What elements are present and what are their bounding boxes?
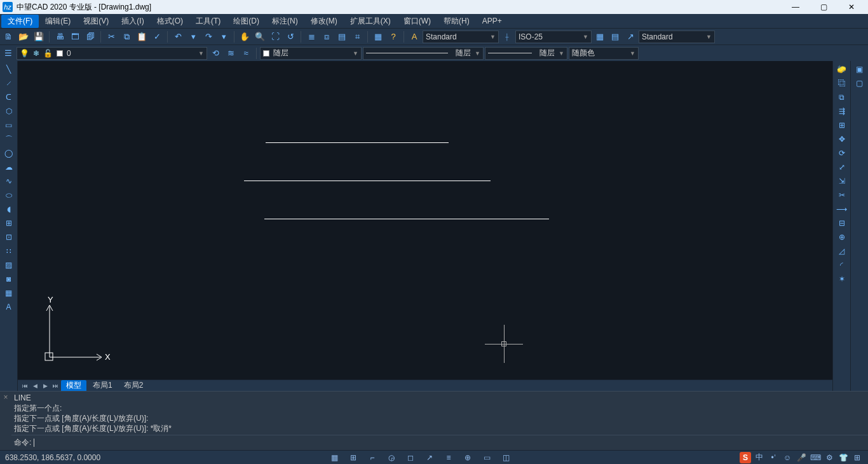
lineweight-dropdown[interactable]: 随层 ▼ bbox=[485, 47, 567, 60]
command-input[interactable]: 命令: bbox=[11, 435, 868, 450]
undo-dropdown-icon[interactable]: ▾ bbox=[186, 30, 200, 44]
open-icon[interactable]: 📂 bbox=[17, 30, 31, 44]
ime-toolbox-icon[interactable]: ⊞ bbox=[851, 452, 863, 463]
undo-icon[interactable]: ↶ bbox=[171, 30, 185, 44]
xline-icon[interactable]: ⟋ bbox=[2, 78, 16, 89]
help-icon[interactable]: ? bbox=[386, 30, 400, 44]
dim-style-dropdown[interactable]: ISO-25▼ bbox=[515, 31, 592, 43]
layer-manager-icon[interactable]: ☰ bbox=[1, 46, 15, 60]
tab-first-button[interactable]: ⏮ bbox=[20, 381, 29, 390]
osnap-toggle-icon[interactable]: ◻ bbox=[405, 452, 416, 463]
fillet-icon[interactable]: ◜ bbox=[835, 259, 849, 271]
spline-icon[interactable]: ∿ bbox=[2, 175, 16, 187]
command-history[interactable]: LINE 指定第一个点: 指定下一点或 [角度(A)/长度(L)/放弃(U)]:… bbox=[11, 392, 868, 435]
menu-help[interactable]: 帮助(H) bbox=[437, 15, 476, 28]
copy-obj-icon[interactable]: ⿻ bbox=[835, 78, 849, 89]
snap-toggle-icon[interactable]: ▦ bbox=[329, 452, 340, 463]
line-icon[interactable]: ╲ bbox=[2, 64, 16, 75]
ellipse-icon[interactable]: ⬭ bbox=[2, 189, 16, 201]
menu-tool[interactable]: 工具(T) bbox=[189, 15, 227, 28]
scale-icon[interactable]: ⤢ bbox=[835, 161, 849, 173]
tab-layout1[interactable]: 布局1 bbox=[88, 380, 118, 391]
tablestyle-list-icon[interactable]: ▤ bbox=[608, 30, 622, 44]
explode-icon[interactable]: ✶ bbox=[835, 273, 849, 285]
lwt-toggle-icon[interactable]: ≡ bbox=[443, 452, 454, 463]
ime-emoji-icon[interactable]: ☺ bbox=[782, 452, 793, 463]
circle-icon[interactable]: ◯ bbox=[2, 147, 16, 159]
pan-icon[interactable]: ✋ bbox=[238, 30, 252, 44]
menu-format[interactable]: 格式(O) bbox=[151, 15, 189, 28]
tab-layout2[interactable]: 布局2 bbox=[119, 380, 149, 391]
region-icon[interactable]: ◙ bbox=[2, 273, 16, 285]
redo-dropdown-icon[interactable]: ▾ bbox=[217, 30, 231, 44]
arc-icon[interactable]: ⌒ bbox=[2, 133, 16, 145]
erase-icon[interactable]: 🧽 bbox=[835, 64, 849, 75]
ime-voice-icon[interactable]: 🎤 bbox=[796, 452, 807, 463]
trim-icon[interactable]: ✂ bbox=[835, 189, 849, 201]
array-icon[interactable]: ⊞ bbox=[835, 119, 849, 131]
insert-block-icon[interactable]: ⊞ bbox=[2, 217, 16, 229]
model-toggle-icon[interactable]: ▭ bbox=[481, 452, 492, 463]
mirror-icon[interactable]: ⧉ bbox=[835, 92, 849, 103]
menu-window[interactable]: 窗口(W) bbox=[397, 15, 437, 28]
offset-icon[interactable]: ⇶ bbox=[835, 106, 849, 117]
block-icon[interactable]: ▦ bbox=[371, 30, 385, 44]
chamfer-icon[interactable]: ◿ bbox=[835, 245, 849, 257]
calculator-icon[interactable]: ⌗ bbox=[350, 30, 364, 44]
tab-model[interactable]: 模型 bbox=[61, 380, 86, 391]
ime-keyboard-icon[interactable]: ⌨ bbox=[810, 452, 821, 463]
send-back-icon[interactable]: ▢ bbox=[853, 78, 867, 89]
menu-modify[interactable]: 修改(M) bbox=[304, 15, 344, 28]
ime-punct-icon[interactable]: •ˈ bbox=[768, 452, 779, 463]
tab-next-button[interactable]: ▶ bbox=[41, 381, 50, 390]
print-preview-icon[interactable]: 🗔 bbox=[68, 30, 82, 44]
extend-icon[interactable]: ⟶ bbox=[835, 203, 849, 215]
polar-toggle-icon[interactable]: ◶ bbox=[386, 452, 397, 463]
layer-iso-icon[interactable]: ≋ bbox=[224, 46, 238, 60]
menu-file[interactable]: 文件(F) bbox=[1, 15, 39, 28]
hatch-icon[interactable]: ▨ bbox=[2, 259, 16, 271]
properties-icon[interactable]: ≣ bbox=[304, 30, 318, 44]
ime-lang-icon[interactable]: 中 bbox=[754, 452, 765, 463]
zoom-rt-icon[interactable]: 🔍 bbox=[253, 30, 267, 44]
menu-app[interactable]: APP+ bbox=[476, 15, 508, 27]
ellipsearc-icon[interactable]: ◖ bbox=[2, 203, 16, 215]
menu-draw[interactable]: 绘图(D) bbox=[227, 15, 266, 28]
window-close-button[interactable]: ✕ bbox=[837, 0, 865, 14]
move-icon[interactable]: ✥ bbox=[835, 133, 849, 145]
window-maximize-button[interactable]: ▢ bbox=[810, 0, 837, 14]
layer-prev-icon[interactable]: ⟲ bbox=[208, 46, 222, 60]
mtext-icon[interactable]: A bbox=[2, 301, 16, 313]
coord-readout[interactable]: 638.2530, 186.5637, 0.0000 bbox=[5, 453, 100, 462]
publish-icon[interactable]: 🗐 bbox=[83, 30, 97, 44]
revcloud-icon[interactable]: ☁ bbox=[2, 161, 16, 173]
textstyle-icon[interactable]: A bbox=[407, 30, 421, 44]
menu-insert[interactable]: 插入(I) bbox=[115, 15, 150, 28]
ime-setting-icon[interactable]: ⚙ bbox=[824, 452, 835, 463]
ime-skin-icon[interactable]: 👕 bbox=[837, 452, 849, 463]
join-icon[interactable]: ⊕ bbox=[835, 231, 849, 243]
rectangle-icon[interactable]: ▭ bbox=[2, 119, 16, 131]
tab-prev-button[interactable]: ◀ bbox=[31, 381, 39, 390]
save-icon[interactable]: 💾 bbox=[32, 30, 46, 44]
plotstyle-dropdown[interactable]: 随颜色 ▼ bbox=[569, 47, 639, 60]
ortho-toggle-icon[interactable]: ⌐ bbox=[367, 452, 378, 463]
break-icon[interactable]: ⊟ bbox=[835, 217, 849, 229]
zoom-win-icon[interactable]: ⛶ bbox=[268, 30, 282, 44]
layer-dropdown[interactable]: 💡 ❄ 🔓 0 ▼ bbox=[17, 47, 207, 60]
polygon-icon[interactable]: ⬡ bbox=[2, 106, 16, 117]
color-dropdown[interactable]: 随层 ▼ bbox=[260, 47, 362, 60]
command-window-close-icon[interactable]: × bbox=[0, 392, 11, 450]
table-icon[interactable]: ▦ bbox=[2, 287, 16, 299]
tool-palette-icon[interactable]: ▤ bbox=[335, 30, 349, 44]
stretch-icon[interactable]: ⇲ bbox=[835, 175, 849, 187]
paste-icon[interactable]: 📋 bbox=[135, 30, 149, 44]
zoom-prev-icon[interactable]: ↺ bbox=[283, 30, 297, 44]
menu-edit[interactable]: 编辑(E) bbox=[39, 15, 77, 28]
layer-match-icon[interactable]: ≈ bbox=[239, 46, 253, 60]
text-style-dropdown[interactable]: Standard▼ bbox=[423, 31, 499, 43]
tab-last-button[interactable]: ⏭ bbox=[51, 381, 60, 390]
tablestyle-icon[interactable]: ▦ bbox=[593, 30, 607, 44]
redo-icon[interactable]: ↷ bbox=[201, 30, 215, 44]
pline-icon[interactable]: ᑕ bbox=[2, 92, 16, 103]
